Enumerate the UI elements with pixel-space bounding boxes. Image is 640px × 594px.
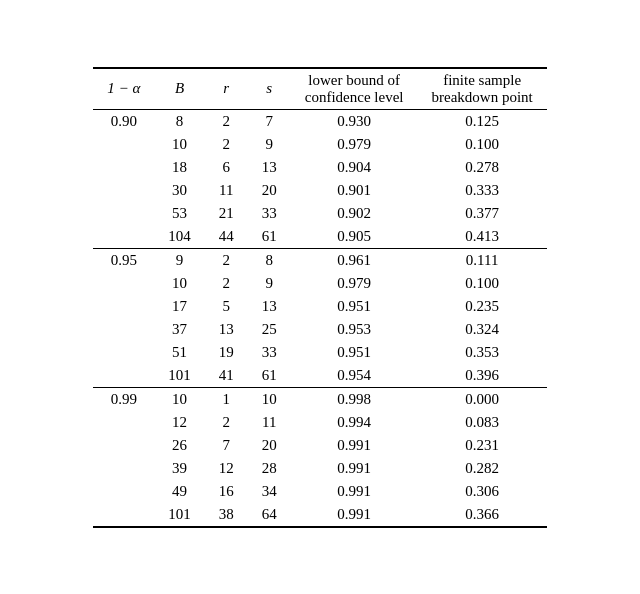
cell-r: 11 <box>205 179 248 202</box>
cell-lower-bound: 0.991 <box>291 457 418 480</box>
cell-B: 18 <box>154 156 205 179</box>
cell-breakdown: 0.413 <box>417 225 546 249</box>
cell-breakdown: 0.235 <box>417 295 546 318</box>
cell-s: 10 <box>248 387 291 411</box>
cell-r: 21 <box>205 202 248 225</box>
cell-r: 19 <box>205 341 248 364</box>
cell-breakdown: 0.353 <box>417 341 546 364</box>
cell-r: 12 <box>205 457 248 480</box>
cell-s: 13 <box>248 156 291 179</box>
cell-breakdown: 0.366 <box>417 503 546 527</box>
cell-r: 2 <box>205 133 248 156</box>
cell-s: 34 <box>248 480 291 503</box>
cell-alpha <box>93 133 154 156</box>
cell-alpha <box>93 480 154 503</box>
table-row: 10138640.9910.366 <box>93 503 546 527</box>
cell-breakdown: 0.278 <box>417 156 546 179</box>
col-header-r: r <box>205 68 248 110</box>
cell-B: 53 <box>154 202 205 225</box>
cell-r: 2 <box>205 109 248 133</box>
cell-r: 38 <box>205 503 248 527</box>
cell-lower-bound: 0.953 <box>291 318 418 341</box>
cell-B: 9 <box>154 248 205 272</box>
table-row: 10290.9790.100 <box>93 272 546 295</box>
col-header-B: B <box>154 68 205 110</box>
cell-r: 16 <box>205 480 248 503</box>
cell-breakdown: 0.100 <box>417 272 546 295</box>
cell-lower-bound: 0.991 <box>291 480 418 503</box>
cell-B: 39 <box>154 457 205 480</box>
cell-breakdown: 0.396 <box>417 364 546 388</box>
cell-lower-bound: 0.905 <box>291 225 418 249</box>
table-row: 122110.9940.083 <box>93 411 546 434</box>
cell-alpha <box>93 364 154 388</box>
col-header-lower-bound: lower bound ofconfidence level <box>291 68 418 110</box>
cell-lower-bound: 0.998 <box>291 387 418 411</box>
table-row: 10141610.9540.396 <box>93 364 546 388</box>
cell-lower-bound: 0.979 <box>291 133 418 156</box>
cell-breakdown: 0.083 <box>417 411 546 434</box>
table-container: 1 − α B r s lower bound ofconfidence lev… <box>73 47 566 548</box>
cell-r: 2 <box>205 411 248 434</box>
table-row: 0.99101100.9980.000 <box>93 387 546 411</box>
cell-alpha: 0.95 <box>93 248 154 272</box>
cell-r: 41 <box>205 364 248 388</box>
cell-s: 33 <box>248 341 291 364</box>
cell-lower-bound: 0.954 <box>291 364 418 388</box>
cell-s: 28 <box>248 457 291 480</box>
cell-B: 51 <box>154 341 205 364</box>
cell-breakdown: 0.377 <box>417 202 546 225</box>
table-row: 3912280.9910.282 <box>93 457 546 480</box>
table-row: 3011200.9010.333 <box>93 179 546 202</box>
cell-B: 17 <box>154 295 205 318</box>
cell-lower-bound: 0.904 <box>291 156 418 179</box>
cell-r: 2 <box>205 272 248 295</box>
table-row: 267200.9910.231 <box>93 434 546 457</box>
cell-alpha <box>93 295 154 318</box>
cell-alpha <box>93 341 154 364</box>
cell-s: 20 <box>248 434 291 457</box>
cell-breakdown: 0.306 <box>417 480 546 503</box>
cell-r: 6 <box>205 156 248 179</box>
cell-breakdown: 0.125 <box>417 109 546 133</box>
cell-lower-bound: 0.979 <box>291 272 418 295</box>
cell-s: 8 <box>248 248 291 272</box>
cell-alpha <box>93 503 154 527</box>
cell-r: 13 <box>205 318 248 341</box>
cell-s: 9 <box>248 133 291 156</box>
table-row: 10444610.9050.413 <box>93 225 546 249</box>
table-row: 10290.9790.100 <box>93 133 546 156</box>
cell-alpha <box>93 156 154 179</box>
cell-B: 26 <box>154 434 205 457</box>
cell-lower-bound: 0.994 <box>291 411 418 434</box>
cell-breakdown: 0.100 <box>417 133 546 156</box>
cell-s: 61 <box>248 225 291 249</box>
table-row: 3713250.9530.324 <box>93 318 546 341</box>
table-row: 4916340.9910.306 <box>93 480 546 503</box>
cell-alpha <box>93 272 154 295</box>
cell-alpha <box>93 318 154 341</box>
cell-B: 49 <box>154 480 205 503</box>
cell-B: 37 <box>154 318 205 341</box>
cell-alpha <box>93 202 154 225</box>
cell-lower-bound: 0.901 <box>291 179 418 202</box>
cell-alpha <box>93 411 154 434</box>
cell-alpha <box>93 179 154 202</box>
cell-alpha <box>93 434 154 457</box>
cell-B: 30 <box>154 179 205 202</box>
cell-breakdown: 0.282 <box>417 457 546 480</box>
col-header-s: s <box>248 68 291 110</box>
cell-lower-bound: 0.930 <box>291 109 418 133</box>
table-row: 175130.9510.235 <box>93 295 546 318</box>
cell-s: 9 <box>248 272 291 295</box>
cell-s: 33 <box>248 202 291 225</box>
col-header-alpha: 1 − α <box>93 68 154 110</box>
cell-s: 20 <box>248 179 291 202</box>
cell-s: 11 <box>248 411 291 434</box>
cell-breakdown: 0.324 <box>417 318 546 341</box>
cell-breakdown: 0.000 <box>417 387 546 411</box>
cell-s: 25 <box>248 318 291 341</box>
cell-B: 10 <box>154 272 205 295</box>
data-table: 1 − α B r s lower bound ofconfidence lev… <box>93 67 546 528</box>
cell-lower-bound: 0.991 <box>291 434 418 457</box>
